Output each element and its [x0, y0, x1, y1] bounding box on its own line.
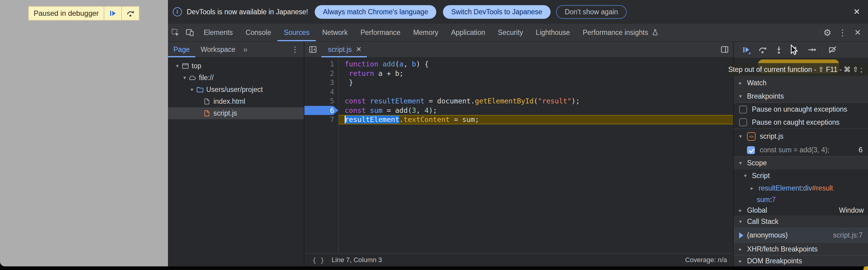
chevron-right-icon: ▸ — [739, 246, 747, 252]
code-line-2: 2 return a + b; — [304, 69, 733, 78]
tree-item-index-html[interactable]: index.html — [168, 96, 304, 108]
devtools-tabs: ElementsConsoleSourcesNetworkPerformance… — [197, 24, 665, 41]
call-frame-anonymous[interactable]: (anonymous) script.js:7 — [734, 228, 868, 243]
resume-icon — [108, 9, 117, 18]
debugger-toolbar — [734, 41, 868, 58]
pause-uncaught-checkbox[interactable] — [739, 106, 747, 114]
devtools-panel: i DevTools is now available in Japanese!… — [168, 0, 868, 266]
line-number[interactable]: 3 — [304, 78, 338, 87]
step-over-banner-button[interactable] — [122, 7, 139, 20]
step-button[interactable] — [803, 43, 820, 56]
tab-application[interactable]: Application — [445, 24, 492, 41]
settings-gear-icon[interactable]: ⚙ — [820, 26, 835, 39]
code-text[interactable]: const resultElement = document.getElemen… — [339, 96, 733, 106]
toggle-debugger-sidebar-button[interactable] — [716, 41, 733, 57]
editor-tab-scriptjs[interactable]: script.js ✕ — [321, 41, 367, 57]
step-over-icon — [126, 9, 134, 18]
more-options-icon[interactable]: ⋮ — [835, 26, 850, 39]
step-over-button[interactable] — [754, 43, 771, 56]
resume-button[interactable] — [738, 43, 754, 56]
dont-show-again-button[interactable]: Don't show again — [556, 5, 627, 19]
folder-icon — [196, 86, 204, 94]
execution-line[interactable]: resultElement.textContent = sum; — [339, 115, 733, 124]
scope-item-resultelement[interactable]: ▸ resultElement : div #result — [734, 182, 868, 194]
breakpoint-entry[interactable]: const sum = add(3, 4); 6 — [734, 144, 868, 156]
code-editor[interactable]: 1function add(a, b) {2 return a + b;3 }4… — [304, 58, 733, 253]
toggle-navigator-button[interactable] — [304, 41, 321, 57]
section-watch[interactable]: ▸ Watch — [734, 76, 868, 90]
chevron-right-icon: ▸ — [739, 80, 747, 86]
navigator-tabstrip: Page Workspace » ⋮ — [168, 41, 304, 58]
navigator-menu-icon[interactable]: ⋮ — [286, 41, 304, 57]
chevron-down-icon[interactable]: ▾ — [174, 63, 181, 69]
code-text[interactable] — [339, 87, 733, 97]
tree-item-top[interactable]: ▾top — [168, 60, 304, 72]
close-tab-icon[interactable]: ✕ — [356, 46, 362, 53]
breakpoint-enabled-checkbox[interactable] — [747, 146, 755, 154]
tree-item-script-js[interactable]: script.js — [168, 108, 304, 119]
step-out-tooltip: Step out of current function - ⇧ F11 - ⌘… — [725, 63, 868, 76]
chevron-down-icon[interactable]: ▾ — [188, 86, 196, 93]
step-into-icon — [774, 45, 783, 54]
close-devtools-icon[interactable]: ✕ — [850, 26, 865, 39]
tree-item-users-user-project[interactable]: ▾Users/user/project — [168, 84, 304, 96]
pause-caught-row: Pause on caught exceptions — [734, 116, 868, 129]
pretty-print-button[interactable]: { } — [312, 256, 324, 264]
js-file-badge-icon: <> — [747, 132, 755, 141]
inspect-element-button[interactable] — [168, 26, 183, 39]
tab-elements[interactable]: Elements — [197, 24, 239, 41]
more-tabs-icon[interactable]: » — [241, 41, 250, 57]
always-match-language-button[interactable]: Always match Chrome's language — [315, 5, 436, 19]
infobar-close-icon[interactable]: ✕ — [851, 6, 863, 18]
code-text[interactable]: return a + b; — [339, 69, 733, 78]
scope-item-sum[interactable]: sum : 7 — [734, 194, 868, 205]
line-number[interactable]: 2 — [304, 69, 338, 78]
tab-page[interactable]: Page — [168, 41, 195, 57]
scope-global-group[interactable]: ▸ Global Window — [734, 205, 868, 215]
tab-network[interactable]: Network — [316, 24, 354, 41]
devtools-infobar: i DevTools is now available in Japanese!… — [168, 0, 868, 24]
tab-console[interactable]: Console — [239, 24, 277, 41]
paused-banner-label-box: Paused in debugger — [29, 7, 104, 20]
line-number[interactable]: 5 — [304, 96, 338, 106]
tab-sources[interactable]: Sources — [277, 24, 316, 41]
chevron-right-icon: ▸ — [739, 207, 747, 214]
tab-lighthouse[interactable]: Lighthouse — [529, 24, 576, 41]
chevron-down-icon: ▾ — [739, 218, 747, 225]
tab-memory[interactable]: Memory — [407, 24, 445, 41]
resume-script-button[interactable] — [104, 7, 121, 20]
code-text[interactable]: function add(a, b) { — [339, 59, 733, 69]
breakpoint-marker[interactable]: 6 — [304, 106, 338, 115]
tab-performance-insights[interactable]: Performance insights — [576, 24, 665, 41]
step-into-button[interactable] — [771, 43, 787, 56]
tree-item-label: script.js — [213, 109, 237, 117]
deactivate-breakpoints-icon — [828, 45, 837, 54]
section-call-stack[interactable]: ▾ Call Stack — [734, 215, 868, 228]
scope-script-group[interactable]: ▾ Script — [734, 169, 868, 182]
section-dom-breakpoints[interactable]: ▸ DOM Breakpoints — [734, 256, 868, 266]
tab-workspace[interactable]: Workspace — [195, 41, 241, 57]
panel-right-toggle-icon — [720, 45, 729, 54]
tab-performance[interactable]: Performance — [354, 24, 407, 41]
line-number[interactable]: 1 — [304, 59, 338, 69]
current-frame-arrow-icon — [739, 232, 743, 238]
section-breakpoints[interactable]: ▾ Breakpoints — [734, 90, 868, 103]
deactivate-breakpoints-button[interactable] — [824, 43, 841, 56]
switch-to-japanese-button[interactable]: Switch DevTools to Japanese — [443, 5, 550, 19]
breakpoint-group-scriptjs[interactable]: ▾ <> script.js — [734, 129, 868, 144]
code-text[interactable]: const sum = add(3, 4); — [339, 106, 733, 115]
code-text[interactable]: } — [339, 78, 733, 87]
chevron-down-icon: ▾ — [744, 173, 752, 179]
device-toolbar-button[interactable] — [183, 26, 197, 39]
frame-location: script.js:7 — [833, 231, 863, 239]
section-xhr-breakpoints[interactable]: ▸ XHR/fetch Breakpoints — [734, 243, 868, 256]
tab-security[interactable]: Security — [492, 24, 529, 41]
step-icon — [807, 45, 816, 54]
chevron-down-icon[interactable]: ▾ — [181, 74, 189, 81]
line-number[interactable]: 4 — [304, 87, 338, 97]
line-number[interactable]: 7 — [304, 115, 338, 124]
tree-item-file[interactable]: ▾file:// — [168, 72, 304, 84]
section-scope[interactable]: ▾ Scope — [734, 156, 868, 169]
pause-caught-checkbox[interactable] — [739, 118, 747, 126]
tree-item-label: top — [192, 62, 201, 70]
